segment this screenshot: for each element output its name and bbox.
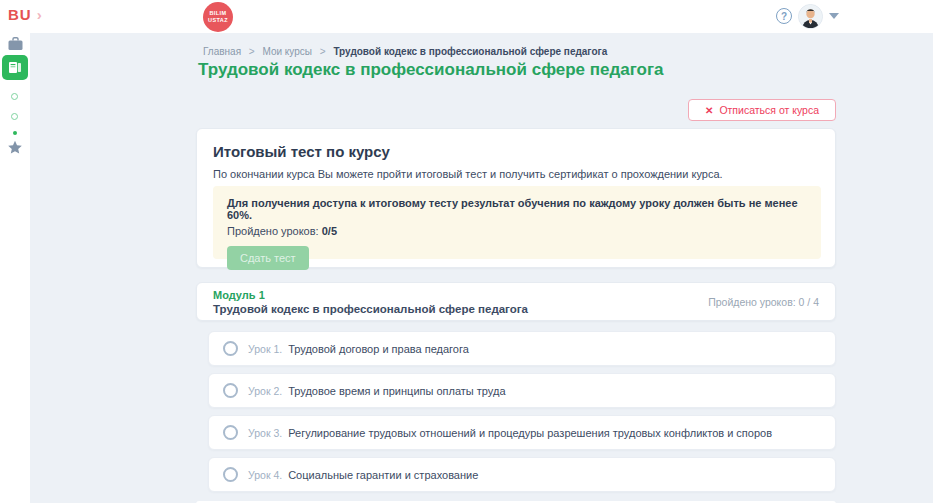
breadcrumb-my-courses[interactable]: Мои курсы [262, 46, 312, 57]
lesson-row-1[interactable]: Урок 1. Трудовой договор и права педагог… [208, 331, 836, 366]
sidebar [0, 33, 30, 503]
page-title: Трудовой кодекс в профессиональной сфере… [198, 60, 664, 80]
book-courses-icon [8, 61, 22, 74]
module-progress: Пройдено уроков: 0 / 4 [708, 296, 819, 308]
help-icon[interactable]: ? [776, 8, 792, 24]
final-test-notice: Для получения доступа к итоговому тесту … [213, 186, 821, 259]
breadcrumb-home[interactable]: Главная [203, 46, 241, 57]
sidebar-item-my-courses-active[interactable] [2, 55, 28, 80]
avatar-image [799, 5, 822, 28]
lesson-row-2[interactable]: Урок 2. Трудовое время и принципы оплаты… [208, 373, 836, 408]
lesson-status-circle-icon [223, 341, 238, 356]
unsubscribe-button[interactable]: ✕ Отписаться от курса [688, 99, 836, 121]
lesson-row-3[interactable]: Урок 3. Регулирование трудовых отношений… [208, 415, 836, 450]
logo-line1: BILIM [210, 10, 227, 17]
lesson-number: Урок 1. [248, 343, 282, 355]
lesson-status-circle-icon [223, 425, 238, 440]
caret-down-icon[interactable] [829, 13, 839, 19]
brand-text: BU [8, 6, 32, 23]
lesson-status-circle-icon [223, 383, 238, 398]
breadcrumb-separator: > [320, 46, 326, 57]
sidebar-item-ring-1[interactable] [11, 93, 18, 100]
lesson-number: Урок 3. [248, 427, 282, 439]
module-header-card[interactable]: Модуль 1 Трудовой кодекс в профессиональ… [196, 282, 836, 321]
main-content: Главная > Мои курсы > Трудовой кодекс в … [30, 33, 933, 503]
app-root: BU › BILIM USTAZ ? [0, 0, 933, 503]
avatar[interactable] [798, 4, 823, 29]
lesson-title: Регулирование трудовых отношений и проце… [288, 427, 772, 439]
lesson-status-circle-icon [223, 467, 238, 482]
lesson-title: Социальные гарантии и страхование [288, 469, 478, 481]
progress-value: 0/5 [322, 225, 337, 237]
briefcase-icon [8, 37, 23, 51]
sidebar-item-favorites[interactable] [0, 140, 30, 155]
final-test-description: По окончании курса Вы можете пройти итог… [213, 168, 819, 180]
lesson-title: Трудовое время и принципы оплаты труда [288, 385, 505, 397]
notice-progress: Пройдено уроков: 0/5 [227, 225, 807, 237]
final-test-card: Итоговый тест по курсу По окончании курс… [196, 128, 836, 268]
final-test-title: Итоговый тест по курсу [213, 143, 819, 160]
logo-line2: USTAZ [208, 17, 228, 24]
notice-requirement: Для получения доступа к итоговому тесту … [227, 197, 807, 221]
sidebar-expand-icon[interactable]: › [37, 6, 42, 23]
bilim-ustaz-logo[interactable]: BILIM USTAZ [203, 2, 233, 32]
lesson-title: Трудовой договор и права педагога [288, 343, 469, 355]
breadcrumb-separator: > [249, 46, 255, 57]
breadcrumb-current: Трудовой кодекс в профессиональной сфере… [333, 46, 607, 57]
unsubscribe-label: Отписаться от курса [719, 104, 819, 116]
lesson-number: Урок 4. [248, 469, 282, 481]
lesson-row-4[interactable]: Урок 4. Социальные гарантии и страховани… [208, 457, 836, 492]
module-title: Трудовой кодекс в профессиональной сфере… [213, 303, 528, 315]
sidebar-item-ring-2[interactable] [11, 113, 18, 120]
submit-test-button[interactable]: Сдать тест [227, 246, 309, 270]
sidebar-item-dot[interactable] [13, 131, 17, 135]
sidebar-item-briefcase[interactable] [0, 37, 30, 51]
module-name: Модуль 1 [213, 289, 528, 301]
star-icon [7, 140, 23, 155]
breadcrumb: Главная > Мои курсы > Трудовой кодекс в … [203, 46, 607, 57]
progress-label: Пройдено уроков: [227, 225, 319, 237]
top-bar: BU › BILIM USTAZ ? [0, 0, 933, 33]
brand-logo[interactable]: BU › [8, 6, 42, 23]
close-icon: ✕ [705, 105, 713, 116]
module-info: Модуль 1 Трудовой кодекс в профессиональ… [213, 289, 528, 315]
lesson-number: Урок 2. [248, 385, 282, 397]
